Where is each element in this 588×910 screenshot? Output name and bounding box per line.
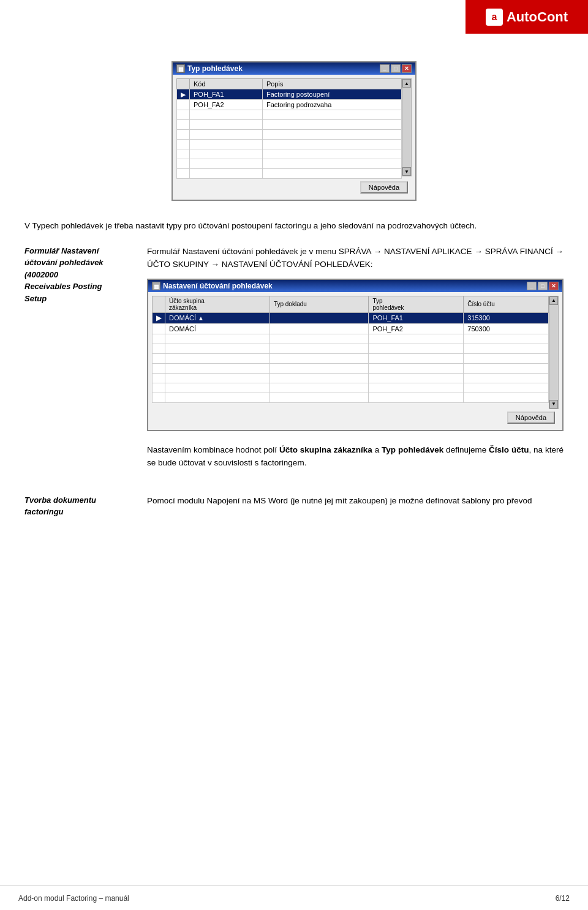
word-text: Word	[268, 496, 288, 505]
row-arrow2	[153, 323, 165, 334]
table-row	[177, 169, 402, 179]
logo-text: AutoCont	[507, 9, 568, 25]
table-row	[177, 120, 402, 130]
second-window-title-left: ▦ Nastavení účtování pohledávek	[152, 282, 273, 290]
row-arrow: ▶	[177, 89, 190, 100]
first-window: ▦ Typ pohledávek _ □ ✕	[172, 61, 417, 201]
first-window-table: Kód Popis ▶ POH_FA1 Factoring postoupení	[176, 78, 402, 179]
col-typdok-header: Typ dokladu	[270, 296, 369, 312]
left-column: Formulář Nastavení účtování pohledávek (…	[24, 245, 135, 482]
bottom-label-line2: factoringu	[24, 506, 135, 518]
first-table-container: Kód Popis ▶ POH_FA1 Factoring postoupení	[176, 78, 412, 179]
bold-account: Číslo účtu	[489, 445, 529, 454]
second-window: ▦ Nastavení účtování pohledávek _ □ ✕	[147, 279, 564, 431]
first-window-container: ▦ Typ pohledávek _ □ ✕	[24, 61, 564, 201]
label-line1: Formulář Nastavení	[24, 245, 135, 257]
row-typdok	[270, 323, 369, 334]
second-table-wrapper: Účto skupinazákazníka Typ dokladu Typpoh…	[152, 296, 549, 409]
row-arrow	[177, 100, 190, 110]
table-row	[177, 159, 402, 169]
table-row	[177, 140, 402, 149]
table-row[interactable]: DOMÁCÍ POH_FA2 750300	[153, 323, 549, 334]
footer: Add-on modul Factoring – manuál 6/12	[0, 886, 588, 910]
first-window-scrollbar[interactable]: ▲ ▼	[402, 78, 412, 176]
first-window-body: Kód Popis ▶ POH_FA1 Factoring postoupení	[173, 75, 415, 200]
col-popis-header: Popis	[262, 79, 401, 89]
table-row	[177, 149, 402, 159]
intro-section: V Typech pohledávek je třeba nastavit ty…	[24, 219, 564, 233]
second-help-button[interactable]: Nápověda	[507, 412, 555, 424]
second-window-scrollbar[interactable]: ▲ ▼	[549, 296, 559, 409]
second-window-table: Účto skupinazákazníka Typ dokladu Typpoh…	[152, 296, 549, 403]
table-row	[153, 373, 549, 383]
row-cislo: 750300	[464, 323, 549, 334]
bottom-section: Tvorba dokumentu factoringu Pomocí modul…	[24, 494, 564, 518]
table-row[interactable]: POH_FA2 Factoring podrozvaha	[177, 100, 402, 110]
logo-letter: a	[491, 12, 497, 23]
second-window-app-icon: ▦	[152, 282, 160, 290]
label-line4: Receivables Posting	[24, 280, 135, 293]
maximize-button[interactable]: □	[391, 64, 401, 73]
second-scroll-up[interactable]: ▲	[549, 296, 558, 305]
window-app-icon: ▦	[176, 64, 185, 73]
col-group-header: Účto skupinazákazníka	[165, 296, 270, 312]
first-help-button[interactable]: Nápověda	[360, 181, 408, 194]
bottom-right-text: Pomocí modulu Napojení na MS Word (je nu…	[147, 494, 564, 518]
row-group: DOMÁCÍ ▲	[165, 312, 270, 323]
col-arrow-header	[177, 79, 190, 89]
label-line5: Setup	[24, 293, 135, 305]
row-typpohl: POH_FA1	[369, 312, 464, 323]
footer-left: Add-on modul Factoring – manuál	[18, 894, 129, 903]
second-window-footer: Nápověda	[152, 409, 559, 426]
table-row[interactable]: ▶ POH_FA1 Factoring postoupení	[177, 89, 402, 100]
second-scroll-down[interactable]: ▼	[549, 400, 558, 408]
second-window-titlebar: ▦ Nastavení účtování pohledávek _ □ ✕	[148, 280, 562, 292]
row-cislo: 315300	[464, 312, 549, 323]
scroll-track	[402, 88, 411, 167]
label-line2: účtování pohledávek	[24, 257, 135, 269]
row-desc: Factoring postoupení	[262, 89, 401, 100]
description-text: Formulář Nastavení účtování pohledávek j…	[147, 245, 564, 271]
second-window-body: Účto skupinazákazníka Typ dokladu Typpoh…	[148, 292, 562, 430]
col-kod-header: Kód	[190, 79, 263, 89]
table-row	[153, 353, 549, 363]
row-desc: Factoring podrozvaha	[262, 100, 401, 110]
footer-right: 6/12	[556, 894, 570, 903]
right-column: Formulář Nastavení účtování pohledávek j…	[147, 245, 564, 482]
row-group: DOMÁCÍ	[165, 323, 270, 334]
label-line3: (4002000	[24, 269, 135, 281]
col-cislo-header: Číslo účtu	[464, 296, 549, 312]
second-table-container: Účto skupinazákazníka Typ dokladu Typpoh…	[152, 296, 559, 409]
close-button[interactable]: ✕	[402, 64, 412, 73]
row-arrow2: ▶	[153, 312, 165, 323]
second-close-button[interactable]: ✕	[549, 282, 559, 290]
intro-text: V Typech pohledávek je třeba nastavit ty…	[24, 219, 564, 233]
win-controls[interactable]: _ □ ✕	[380, 64, 412, 73]
bottom-left-label: Tvorba dokumentu factoringu	[24, 494, 135, 518]
menu-path: SPRÁVA → NASTAVENÍ APLIKACE → SPRÁVA FIN…	[147, 247, 564, 269]
first-window-title-left: ▦ Typ pohledávek	[176, 64, 243, 73]
second-window-container: ▦ Nastavení účtování pohledávek _ □ ✕	[147, 279, 564, 431]
row-typdok	[270, 312, 369, 323]
logo-icon: a	[486, 9, 503, 26]
two-col-section: Formulář Nastavení účtování pohledávek (…	[24, 245, 564, 482]
second-minimize-button[interactable]: _	[527, 282, 537, 290]
second-win-controls[interactable]: _ □ ✕	[527, 282, 559, 290]
first-window-footer: Nápověda	[176, 179, 412, 196]
second-window-title: Nastavení účtování pohledávek	[163, 282, 273, 290]
table-row	[177, 110, 402, 120]
intro-text-content: V Typech pohledávek je třeba nastavit ty…	[24, 221, 477, 230]
first-window-title: Typ pohledávek	[187, 64, 243, 73]
second-maximize-button[interactable]: □	[538, 282, 548, 290]
table-row	[153, 393, 549, 402]
scroll-down-button[interactable]: ▼	[402, 167, 411, 176]
bold-group: Účto skupina zákazníka	[279, 445, 372, 454]
row-code: POH_FA1	[190, 89, 263, 100]
table-row	[177, 130, 402, 140]
minimize-button[interactable]: _	[380, 64, 390, 73]
combination-text: Nastavením kombinace hodnot polí Účto sk…	[147, 443, 564, 470]
scroll-up-button[interactable]: ▲	[402, 79, 411, 88]
row-typpohl: POH_FA2	[369, 323, 464, 334]
table-row[interactable]: ▶ DOMÁCÍ ▲ POH_FA1 315300	[153, 312, 549, 323]
row-code: POH_FA2	[190, 100, 263, 110]
